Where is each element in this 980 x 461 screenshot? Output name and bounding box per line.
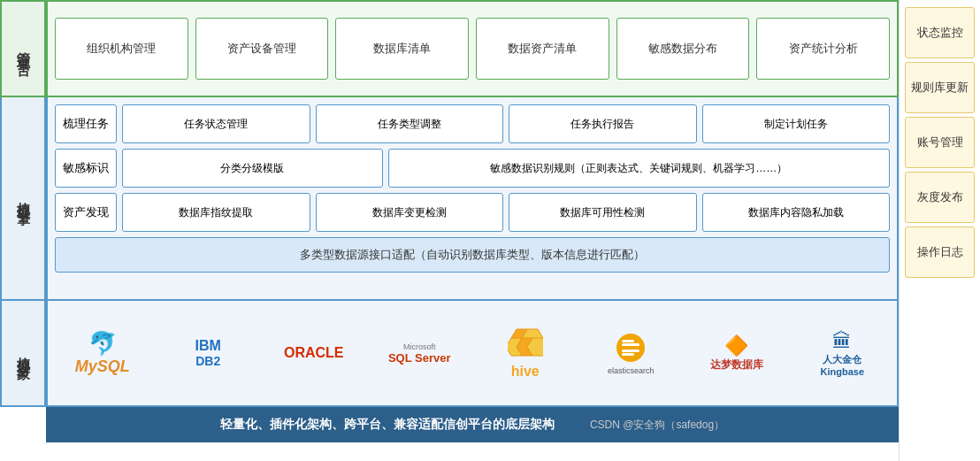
kingbase-icon: 🏛 xyxy=(820,330,864,353)
elasticsearch-logo: elasticsearch xyxy=(587,332,676,375)
elasticsearch-text: elasticsearch xyxy=(608,366,655,375)
dameng-text: 达梦数据库 xyxy=(710,357,763,373)
left-labels: 管理平台 梳理引擎 梳理对象 xyxy=(0,0,46,461)
comb-row2-item1: 分类分级模版 xyxy=(122,149,383,188)
section-wrapper: 组织机构管理 资产设备管理 数据库清单 数据资产清单 敏感数据分布 资产统计分析… xyxy=(46,0,899,461)
comb-row1-item3: 任务执行报告 xyxy=(509,104,697,143)
mgmt-box-2: 资产设备管理 xyxy=(195,18,329,80)
svg-rect-9 xyxy=(622,353,634,356)
bottom-bar-text: 轻量化、插件化架构、跨平台、兼容适配信创平台的底层架构 xyxy=(220,417,555,433)
oracle-text: ORACLE xyxy=(284,345,344,361)
comb-row-1: 梳理任务 任务状态管理 任务类型调整 任务执行报告 制定计划任务 xyxy=(55,104,890,143)
account-mgmt-button[interactable]: 账号管理 xyxy=(905,117,975,168)
comb-row1-label: 梳理任务 xyxy=(55,104,117,143)
sqlserver-logo: Microsoft SQL Server xyxy=(376,342,464,365)
mgmt-box-4: 数据资产清单 xyxy=(476,18,609,80)
hive-honeycomb-icon xyxy=(508,327,543,359)
rule-update-button[interactable]: 规则库更新 xyxy=(905,62,975,113)
elasticsearch-icon xyxy=(615,332,647,364)
comb-row3-item4: 数据库内容隐私加载 xyxy=(702,193,891,232)
bottom-bar-credit: CSDN @安全狗（safedog） xyxy=(590,418,724,433)
mysql-logo: 🐬 MySQL xyxy=(58,330,147,376)
comb-row3-label: 资产发现 xyxy=(55,193,117,232)
comb-row-2: 敏感标识 分类分级模版 敏感数据识别规则（正则表达式、关键词规则、机器学习……） xyxy=(55,149,890,188)
comb-row3-item2: 数据库变更检测 xyxy=(316,193,504,232)
operation-log-button[interactable]: 操作日志 xyxy=(905,227,975,278)
target-section: 🐬 MySQL IBM DB2 ORACLE xyxy=(46,301,899,407)
bottom-bar: 轻量化、插件化架构、跨平台、兼容适配信创平台的底层架构 CSDN @安全狗（sa… xyxy=(46,407,899,442)
comb-label: 梳理引擎 xyxy=(0,97,46,301)
mgmt-label: 管理平台 xyxy=(0,0,46,97)
sqlserver-text: SQL Server xyxy=(388,351,451,365)
main-container: 管理平台 梳理引擎 梳理对象 组织机构管理 资产设备管理 数据库清单 数据资产清… xyxy=(0,0,980,461)
dameng-icon: 🔶 xyxy=(710,334,763,357)
ibm-text: IBM xyxy=(195,338,221,354)
outer-wrapper: 管理平台 梳理引擎 梳理对象 组织机构管理 资产设备管理 数据库清单 数据资产清… xyxy=(0,0,899,461)
gray-release-button[interactable]: 灰度发布 xyxy=(905,172,975,223)
microsoft-text: Microsoft xyxy=(388,342,451,351)
mgmt-section: 组织机构管理 资产设备管理 数据库清单 数据资产清单 敏感数据分布 资产统计分析 xyxy=(46,0,899,97)
status-monitor-button[interactable]: 状态监控 xyxy=(905,7,975,58)
comb-row1-item1: 任务状态管理 xyxy=(122,104,310,143)
svg-rect-6 xyxy=(622,343,639,346)
svg-rect-7 xyxy=(622,350,639,352)
hive-text: hive xyxy=(508,364,543,380)
comb-row-3: 资产发现 数据库指纹提取 数据库变更检测 数据库可用性检测 数据库内容隐私加载 xyxy=(55,193,890,232)
hive-logo: hive xyxy=(481,327,570,380)
comb-row1-item2: 任务类型调整 xyxy=(316,104,504,143)
dameng-logo: 🔶 达梦数据库 xyxy=(693,334,781,373)
kingbase-text: 人大金仓Kingbase xyxy=(820,353,864,377)
right-panel: 状态监控 规则库更新 账号管理 灰度发布 操作日志 xyxy=(899,0,980,461)
svg-rect-8 xyxy=(622,340,634,342)
target-label: 梳理对象 xyxy=(0,301,46,407)
comb-row3-item1: 数据库指纹提取 xyxy=(122,193,310,232)
comb-section: 梳理任务 任务状态管理 任务类型调整 任务执行报告 制定计划任务 敏感标识 分类… xyxy=(46,97,899,301)
mgmt-box-5: 敏感数据分布 xyxy=(616,18,750,80)
comb-row1-item4: 制定计划任务 xyxy=(702,104,891,143)
comb-row3-item3: 数据库可用性检测 xyxy=(509,193,697,232)
mgmt-box-3: 数据库清单 xyxy=(335,18,469,80)
comb-bottom-bar: 多类型数据源接口适配（自动识别数据库类型、版本信息进行匹配） xyxy=(55,237,890,273)
mgmt-box-1: 组织机构管理 xyxy=(55,18,188,80)
mysql-dolphin-icon: 🐬 xyxy=(75,330,130,357)
mgmt-box-6: 资产统计分析 xyxy=(756,18,890,80)
kingbase-logo: 🏛 人大金仓Kingbase xyxy=(799,330,887,377)
svg-point-5 xyxy=(616,334,645,362)
comb-row2-item2: 敏感数据识别规则（正则表达式、关键词规则、机器学习……） xyxy=(388,149,890,188)
db2-text: DB2 xyxy=(195,354,221,368)
mysql-text: MySQL xyxy=(75,357,130,376)
comb-row2-label: 敏感标识 xyxy=(55,149,117,188)
oracle-logo: ORACLE xyxy=(270,345,358,361)
ibm-db2-logo: IBM DB2 xyxy=(165,338,253,368)
